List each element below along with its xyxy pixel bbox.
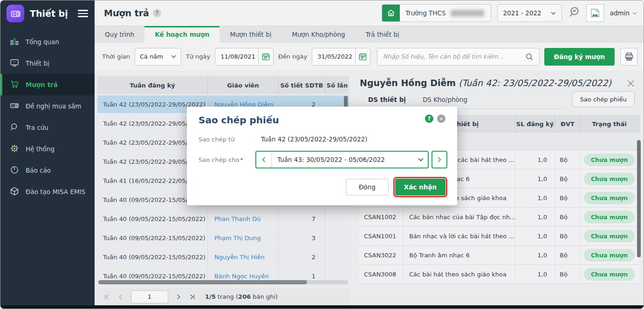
projector-icon [10, 101, 19, 112]
tab-ke-hoach-muon[interactable]: Kế hoạch mượn [144, 26, 219, 43]
device-qty-cell: 1,0 [515, 227, 555, 245]
from-date-label: Từ ngày [186, 53, 210, 60]
prev-week-icon[interactable] [256, 152, 272, 168]
prev-page-button[interactable] [117, 294, 124, 300]
first-page-button[interactable] [104, 294, 110, 300]
device-code-cell: CSAN1002 [359, 208, 404, 226]
avatar[interactable] [586, 4, 604, 22]
sidebar-item-de-nghi-mua-sam[interactable]: Đề nghị mua sắm [0, 95, 95, 117]
chevron-down-icon [551, 12, 556, 15]
sidebar-item-muon-tra[interactable]: Mượn trả [0, 74, 95, 95]
next-week-button[interactable] [432, 151, 447, 168]
sidebar-item-thiet-bi[interactable]: Thiết bị [0, 53, 95, 74]
borrow-row[interactable]: Tuần 40 (09/05/2022-15/05/2022)Nguyễn Th… [97, 248, 349, 266]
bar-chart-icon [10, 37, 19, 47]
username: admin [610, 9, 630, 17]
column-header-qty[interactable]: SL đăng ký [515, 115, 555, 133]
device-status-cell: Chưa mượn [581, 188, 638, 207]
filter-bar: Thời gian Cả năm Từ ngày 11/08/2021 Đến … [95, 43, 644, 70]
to-date-input[interactable]: 31/05/2022 [312, 48, 370, 66]
monitor-icon [10, 58, 19, 69]
status-badge: Chưa mượn [584, 192, 635, 204]
device-row[interactable]: CSAN3022Bộ Tranh âm nhạc 61,0BộChưa mượn [359, 246, 640, 265]
sidebar-item-he-thong[interactable]: Hệ thống [0, 138, 95, 160]
school-selector[interactable]: Trường THCS [382, 4, 491, 22]
week-cell: Tuần 40 (09/05/2022-15/05/2022) [97, 210, 208, 228]
tab-ds-kho-phong[interactable]: DS Kho/phòng [423, 92, 467, 108]
pagination: 1 1/5 trang (206 bản ghi) [97, 288, 349, 305]
last-page-button[interactable] [189, 294, 195, 300]
school-year-value: 2021 - 2022 [503, 9, 541, 17]
calendar-icon[interactable] [258, 48, 273, 65]
column-header-status[interactable]: Trạng thái [581, 115, 638, 133]
borrow-row[interactable]: Tuần 40 (09/05/2022-15/05/2022)Phạm Thị … [97, 229, 349, 247]
tab-tra-thiet-bi[interactable]: Trả thiết bị [356, 26, 410, 43]
tab-quy-trinh[interactable]: Quy trình [95, 26, 144, 43]
school-year-select[interactable]: 2021 - 2022 [497, 4, 562, 22]
app-logo-icon [7, 5, 24, 22]
modal-close-icon[interactable]: ✕ [437, 114, 445, 123]
borrow-row[interactable]: Tuần 40 (09/05/2022-15/05/2022)Phan Than… [97, 210, 349, 228]
modal-help-icon[interactable]: ? [425, 114, 433, 123]
column-header-unit[interactable]: ĐVT [555, 115, 581, 133]
tab-ds-thiet-bi[interactable]: DS thiết bị [368, 92, 406, 108]
device-row[interactable]: CSAN3008Các bài hát theo sách giáo khoa1… [359, 265, 640, 284]
sidebar-item-label: Mượn trả [26, 81, 58, 88]
search-icon[interactable] [525, 53, 534, 61]
status-badge: Chưa mượn [584, 211, 635, 223]
app-title: Thiết bị [30, 8, 72, 19]
device-name-cell: Bản nhạc và lời các bài hát theo ... [404, 227, 515, 245]
detail-week: (Tuần 42: 23/05/2022-29/05/2022) [459, 78, 611, 88]
device-unit-cell: Bộ [555, 188, 581, 207]
teacher-link[interactable]: Phạm Thị Dung [208, 229, 279, 247]
teacher-link[interactable]: Nguyễn Thị Hiền [208, 248, 279, 266]
horizontal-scrollbar-thumb[interactable] [98, 280, 307, 284]
column-header-week[interactable]: Tuần đăng ký [97, 76, 208, 94]
week-select[interactable]: Tuần 43: 30/05/2022 - 05/06/2022 [255, 151, 429, 168]
device-status-cell: Chưa mượn [581, 169, 638, 188]
search-input[interactable]: Nhập Số hiệu, Tên cán bộ để tìm kiếm... [377, 48, 540, 66]
register-borrow-button[interactable]: Đăng ký mượn [544, 48, 615, 66]
sidebar-item-tong-quan[interactable]: Tổng quan [0, 31, 95, 53]
times-cell [325, 229, 349, 247]
device-unit-cell: Bộ [555, 208, 581, 226]
device-row[interactable]: CSAN1002Các bản nhạc của bài Tập đọc nh.… [359, 208, 640, 227]
chevron-down-icon[interactable] [414, 152, 428, 168]
copy-ticket-modal: Sao chép phiếu ? ✕ Sao chép từ Tuần 42 (… [187, 107, 457, 205]
device-status-cell: Chưa mượn [581, 227, 638, 245]
next-page-button[interactable] [175, 294, 182, 300]
tab-muon-kho-phong[interactable]: Mượn Kho/phòng [282, 26, 356, 43]
teacher-link[interactable]: Phan Thanh Dủ [208, 210, 279, 228]
column-header-teacher[interactable]: Giáo viên [208, 76, 279, 94]
user-menu[interactable]: admin [610, 9, 637, 17]
horizontal-scrollbar[interactable] [98, 280, 348, 284]
device-status-cell: Chưa mượn [581, 246, 638, 264]
to-date-value: 31/05/2022 [312, 48, 355, 65]
modal-cancel-button[interactable]: Đóng [346, 179, 389, 195]
sidebar-item-dao-tao[interactable]: Đào tạo MISA EMIS [0, 181, 95, 202]
column-header-times[interactable]: Số lần [325, 76, 349, 94]
cube-icon [10, 187, 19, 197]
from-date-input[interactable]: 11/08/2021 [215, 48, 273, 66]
gear-icon [10, 144, 19, 154]
sidebar-item-tra-cuu[interactable]: Tra cứu [0, 117, 95, 138]
modal-confirm-button[interactable]: Xác nhận [395, 179, 445, 195]
sidebar-item-bao-cao[interactable]: Báo cáo [0, 160, 95, 181]
calendar-icon[interactable] [355, 48, 370, 65]
copy-ticket-button[interactable]: Sao chép phiếu [572, 91, 635, 107]
from-date-value: 11/08/2021 [215, 48, 258, 65]
status-badge: Chưa mượn [584, 173, 635, 185]
panel-close-icon[interactable] [627, 78, 635, 89]
global-search-icon[interactable] [568, 6, 580, 20]
time-filter-select[interactable]: Cả năm [135, 48, 181, 66]
chevron-down-icon [171, 55, 176, 58]
device-row[interactable]: CSAN1001Bản nhạc và lời các bài hát theo… [359, 227, 640, 246]
tab-muon-thiet-bi[interactable]: Mượn thiết bị [219, 26, 281, 43]
menu-toggle-icon[interactable] [78, 10, 88, 17]
sidebar: Thiết bị Tổng quan Thiết bị [0, 0, 95, 305]
vertical-scrollbar-thumb[interactable] [637, 140, 641, 257]
page-number-input[interactable]: 1 [131, 290, 168, 303]
print-button[interactable] [620, 48, 637, 66]
page-help-icon[interactable]: ? [153, 9, 161, 17]
column-header-periods[interactable]: Số tiết SDTB [279, 76, 325, 94]
